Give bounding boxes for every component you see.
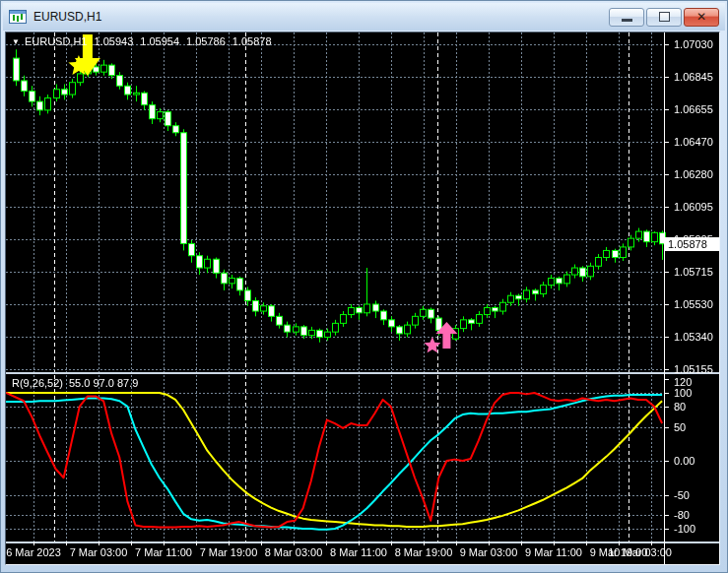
current-price-value: 1.05878 (668, 238, 707, 250)
restore-button[interactable] (646, 8, 682, 27)
indicator-tick-label: 50 (674, 421, 686, 433)
price-tick-label: 1.06280 (674, 168, 713, 180)
chart-canvas[interactable] (6, 32, 719, 564)
price-tick-label: 1.07030 (674, 38, 713, 50)
price-tick-label: 1.05155 (674, 363, 713, 375)
current-price-box: 1.05878 (665, 237, 719, 251)
chart-header: ▼EURUSD,H11.059431.059541.057861.05878 (12, 35, 272, 47)
indicator-name: R(9,26,52) (12, 377, 63, 389)
titlebar[interactable]: EURUSD,H1 ✕ (3, 3, 725, 31)
price-tick-label: 1.05530 (674, 298, 713, 310)
indicator-tick-label: -100 (674, 523, 695, 535)
price-tick-label: 1.06845 (674, 71, 713, 83)
ohlc-close: 1.05878 (232, 35, 272, 47)
chart-symbol-label: EURUSD,H1 (25, 35, 88, 47)
indicator-tick-label: 80 (674, 401, 686, 413)
chart-window-icon (9, 10, 27, 24)
chart-client-area: ▼EURUSD,H11.059431.059541.057861.05878 R… (5, 32, 720, 565)
price-tick-label: 1.06095 (674, 201, 713, 213)
window-title: EURUSD,H1 (33, 10, 101, 24)
indicator-tick-label: 0.00 (674, 455, 695, 467)
price-tick-label: 1.05715 (674, 266, 713, 278)
indicator-tick-label: 100 (674, 387, 692, 399)
ohlc-low: 1.05786 (186, 35, 226, 47)
indicator-header: R(9,26,52)55.0 97.0 87.9 (12, 377, 138, 389)
minimize-icon (622, 19, 632, 22)
chart-window: EURUSD,H1 ✕ ▼EURUSD,H11.059431.059541.05… (0, 0, 728, 573)
indicator-values: 55.0 97.0 87.9 (69, 377, 138, 389)
indicator-tick-label: -80 (674, 509, 690, 521)
ohlc-high: 1.05954 (140, 35, 179, 47)
price-tick-label: 1.05340 (674, 331, 713, 343)
price-tick-label: 1.06655 (674, 103, 713, 115)
ohlc-open: 1.05943 (95, 35, 134, 47)
chevron-down-icon[interactable]: ▼ (12, 37, 20, 46)
window-controls: ✕ (609, 8, 725, 27)
indicator-tick-label: -50 (674, 489, 690, 501)
restore-icon (659, 12, 670, 22)
price-tick-label: 1.06470 (674, 136, 713, 148)
close-button[interactable]: ✕ (684, 8, 719, 27)
time-tick-label: 10 Mar 03:00 (593, 546, 672, 558)
minimize-button[interactable] (609, 8, 644, 27)
